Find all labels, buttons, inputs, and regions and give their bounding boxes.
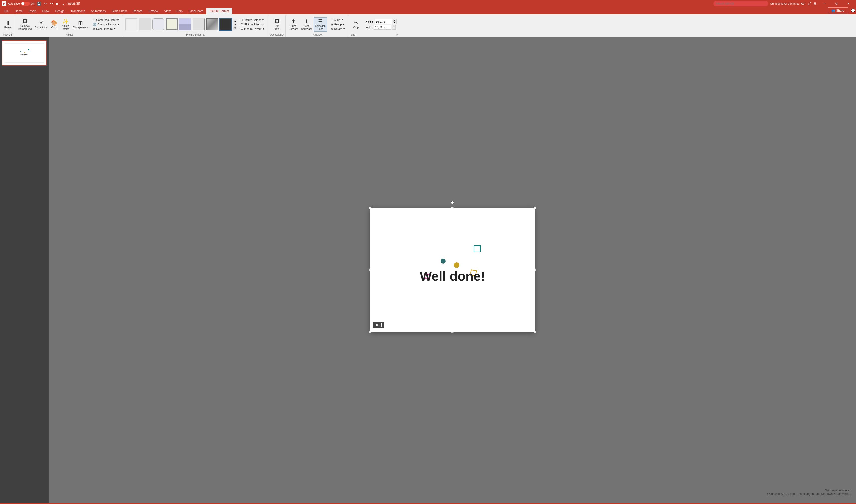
corrections-icon: ☀ <box>39 20 43 26</box>
ribbon-tabs-bar: File Home Insert Draw Design Transitions… <box>0 7 856 15</box>
gif-badge[interactable]: ⏸ <box>373 322 384 328</box>
tab-home[interactable]: Home <box>12 8 26 15</box>
play-gif-items: ⏸ Pause <box>2 16 14 33</box>
user-area: Gumpelmeyer Johanna GJ <box>770 1 806 6</box>
gallery-scroll: ▲ ▼ ⊟ <box>233 19 237 30</box>
present-icon[interactable]: ▶ <box>55 1 60 6</box>
width-input[interactable] <box>374 25 391 30</box>
pause-button[interactable]: ⏸ Pause <box>2 19 14 30</box>
undo-icon[interactable]: ↩ <box>43 1 48 6</box>
user-avatar[interactable]: GJ <box>800 1 806 6</box>
remove-bg-label: RemoveBackground <box>18 25 32 31</box>
search-input[interactable] <box>713 1 768 6</box>
gallery-item-2[interactable] <box>152 18 165 31</box>
share-icon: 👥 <box>831 9 835 13</box>
ink-icon[interactable]: 🖊 <box>808 2 811 6</box>
tab-insert[interactable]: Insert <box>26 8 39 15</box>
send-backward-button[interactable]: ⬇ SendBackward <box>300 18 313 31</box>
picture-layout-button[interactable]: ⊞ Picture Layout ▼ <box>239 27 267 31</box>
tab-draw[interactable]: Draw <box>39 8 52 15</box>
height-spinners: ▲ ▼ <box>393 19 397 24</box>
tab-help[interactable]: Help <box>174 8 186 15</box>
change-picture-button[interactable]: 🔄 Change Picture ▼ <box>91 22 121 27</box>
redo-icon[interactable]: ↪ <box>49 1 54 6</box>
compress-pictures-button[interactable]: ⊞ Compress Pictures <box>91 18 121 22</box>
gallery-item-7[interactable] <box>219 18 232 31</box>
selection-pane-button[interactable]: ☰ SelectionPane <box>314 17 327 32</box>
tab-design[interactable]: Design <box>52 8 67 15</box>
picture-styles-title: Picture Styles ⊡ <box>186 33 205 36</box>
gallery-scroll-down[interactable]: ▼ <box>233 23 237 26</box>
width-row: Width: ▲ ▼ <box>366 25 397 30</box>
gallery-item-6[interactable] <box>206 18 219 31</box>
layout-dropdown-icon[interactable]: ▼ <box>263 28 265 30</box>
change-dropdown-icon[interactable]: ▼ <box>118 23 120 26</box>
picture-effects-button[interactable]: ⬡ Picture Effects ▼ <box>239 22 267 26</box>
align-button[interactable]: ⊟ Align ▼ <box>329 18 347 22</box>
tab-file[interactable]: File <box>1 8 12 15</box>
close-button[interactable]: ✕ <box>842 0 854 7</box>
tab-record[interactable]: Record <box>130 8 145 15</box>
tab-transitions[interactable]: Transitions <box>68 8 88 15</box>
app-logo: P <box>2 1 6 6</box>
align-dropdown-icon[interactable]: ▼ <box>341 19 343 21</box>
tab-view[interactable]: View <box>161 8 174 15</box>
group-dropdown-icon[interactable]: ▼ <box>342 23 345 26</box>
gallery-scroll-up[interactable]: ▲ <box>233 19 237 23</box>
crop-button[interactable]: ✂ Crop <box>351 19 361 30</box>
bring-forward-button[interactable]: ⬆ BringForward <box>288 18 299 31</box>
save-icon[interactable]: 💾 <box>36 1 42 6</box>
alt-text-icon: 🖼 <box>275 18 280 24</box>
restore-button[interactable]: ⧉ <box>831 0 842 7</box>
slide-thumbnail-1[interactable]: Well done! <box>2 40 47 66</box>
slide-content[interactable]: Well done! ⏸ <box>370 209 535 332</box>
autosave-toggle[interactable] <box>21 2 30 6</box>
corrections-button[interactable]: ☀ Corrections <box>33 19 49 30</box>
rotate-dropdown-icon[interactable]: ▼ <box>343 28 345 30</box>
effects-dropdown-icon[interactable]: ▼ <box>263 23 265 26</box>
gallery-item-4[interactable] <box>179 18 192 31</box>
width-label: Width: <box>366 26 373 29</box>
minimize-button[interactable]: ─ <box>819 0 830 7</box>
color-button[interactable]: 🎨 Color <box>49 19 59 30</box>
height-spin-up[interactable]: ▲ <box>393 19 397 22</box>
share-button[interactable]: 👥 Share <box>827 7 848 14</box>
change-label: Change Picture <box>97 23 117 26</box>
width-spin-up[interactable]: ▲ <box>392 25 396 27</box>
arrange-compact: ⊟ Align ▼ ⊞ Group ▼ ↻ Rotate ▼ <box>329 18 347 31</box>
rotate-button[interactable]: ↻ Rotate ▼ <box>329 27 347 31</box>
border-dropdown-icon[interactable]: ▼ <box>262 19 264 21</box>
tab-animations[interactable]: Animations <box>88 8 109 15</box>
gallery-item-5[interactable] <box>192 18 205 31</box>
gallery-item-0[interactable] <box>125 18 138 31</box>
gallery-item-3[interactable] <box>165 18 178 31</box>
picture-border-button[interactable]: □ Picture Border ▼ <box>239 18 267 22</box>
alt-text-button[interactable]: 🖼 AltText <box>272 18 283 31</box>
comments-icon[interactable]: 💬 <box>850 8 856 14</box>
tab-slideshow[interactable]: Slide Show <box>109 8 130 15</box>
reset-dropdown-icon[interactable]: ▼ <box>114 28 116 30</box>
tab-review[interactable]: Review <box>145 8 161 15</box>
styles-compact: □ Picture Border ▼ ⬡ Picture Effects ▼ ⊞… <box>239 18 267 31</box>
height-input[interactable] <box>375 19 392 24</box>
remove-background-button[interactable]: 🖼 RemoveBackground <box>17 18 33 31</box>
tab-picture-format[interactable]: Picture Format <box>207 8 232 15</box>
group-button[interactable]: ⊞ Group ▼ <box>329 22 347 27</box>
reset-picture-button[interactable]: ↺ Reset Picture ▼ <box>91 27 121 31</box>
size-expand-icon[interactable]: ⊡ <box>396 33 397 36</box>
send-backward-label: SendBackward <box>301 25 312 31</box>
picture-styles-expand-icon[interactable]: ⊡ <box>203 34 205 36</box>
gallery-item-1[interactable] <box>138 18 151 31</box>
transparency-button[interactable]: ◫ Transparency <box>72 19 89 30</box>
gallery-scroll-more[interactable]: ⊟ <box>233 26 237 30</box>
customize-icon[interactable]: ⌄ <box>61 1 66 6</box>
artistic-effects-button[interactable]: ✨ ArtisticEffects <box>60 18 71 31</box>
crop-icon: ✂ <box>354 20 358 26</box>
height-spin-down[interactable]: ▼ <box>393 22 397 24</box>
gallery-item-inner-3 <box>166 18 178 31</box>
pause-label: Pause <box>4 26 12 29</box>
monitor-icon[interactable]: 🖥 <box>813 2 817 6</box>
tab-slidelizard[interactable]: SlideLizard <box>186 8 207 15</box>
rotate-handle[interactable] <box>451 201 454 204</box>
width-spin-down[interactable]: ▼ <box>392 27 396 30</box>
